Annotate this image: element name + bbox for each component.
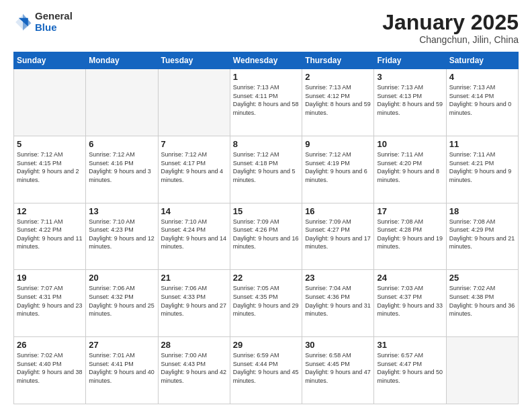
day-number: 28 — [161, 340, 227, 350]
week-row-2: 5Sunrise: 7:12 AMSunset: 4:15 PMDaylight… — [14, 136, 519, 203]
calendar-cell: 25Sunrise: 7:02 AMSunset: 4:38 PMDayligh… — [446, 270, 518, 337]
calendar-header-saturday: Saturday — [446, 52, 518, 69]
generalblue-icon — [13, 13, 32, 32]
day-number: 27 — [89, 340, 154, 350]
calendar-cell — [446, 337, 518, 404]
calendar-cell: 27Sunrise: 7:01 AMSunset: 4:41 PMDayligh… — [86, 337, 158, 404]
day-number: 13 — [89, 206, 154, 216]
calendar-cell: 18Sunrise: 7:08 AMSunset: 4:29 PMDayligh… — [446, 203, 518, 270]
day-number: 19 — [17, 273, 83, 283]
calendar-header-wednesday: Wednesday — [230, 52, 302, 69]
calendar-cell: 3Sunrise: 7:13 AMSunset: 4:13 PMDaylight… — [374, 69, 446, 136]
day-info: Sunrise: 7:00 AMSunset: 4:43 PMDaylight:… — [161, 351, 227, 385]
month-title: January 2025 — [382, 11, 519, 34]
day-number: 5 — [17, 139, 83, 149]
calendar-header-sunday: Sunday — [14, 52, 86, 69]
day-number: 12 — [17, 206, 83, 216]
calendar-cell: 11Sunrise: 7:11 AMSunset: 4:21 PMDayligh… — [446, 136, 518, 203]
day-info: Sunrise: 6:58 AMSunset: 4:45 PMDaylight:… — [305, 351, 371, 385]
day-info: Sunrise: 7:06 AMSunset: 4:32 PMDaylight:… — [89, 284, 154, 318]
day-info: Sunrise: 6:57 AMSunset: 4:47 PMDaylight:… — [377, 351, 443, 385]
day-number: 14 — [161, 206, 227, 216]
day-info: Sunrise: 7:13 AMSunset: 4:14 PMDaylight:… — [449, 83, 515, 117]
day-info: Sunrise: 7:11 AMSunset: 4:22 PMDaylight:… — [17, 218, 83, 251]
calendar-cell: 8Sunrise: 7:12 AMSunset: 4:18 PMDaylight… — [230, 136, 302, 203]
calendar-cell — [86, 69, 158, 136]
day-info: Sunrise: 7:11 AMSunset: 4:21 PMDaylight:… — [449, 150, 515, 184]
calendar-header-row: SundayMondayTuesdayWednesdayThursdayFrid… — [14, 52, 519, 69]
logo-general: General — [35, 11, 73, 22]
day-info: Sunrise: 7:12 AMSunset: 4:18 PMDaylight:… — [233, 150, 299, 184]
day-number: 18 — [449, 206, 515, 216]
calendar-cell: 23Sunrise: 7:04 AMSunset: 4:36 PMDayligh… — [302, 270, 374, 337]
calendar-cell: 17Sunrise: 7:08 AMSunset: 4:28 PMDayligh… — [374, 203, 446, 270]
calendar-cell: 19Sunrise: 7:07 AMSunset: 4:31 PMDayligh… — [14, 270, 86, 337]
day-info: Sunrise: 7:12 AMSunset: 4:19 PMDaylight:… — [305, 150, 371, 184]
day-number: 8 — [233, 139, 299, 149]
calendar-cell: 2Sunrise: 7:13 AMSunset: 4:12 PMDaylight… — [302, 69, 374, 136]
day-number: 15 — [233, 206, 299, 216]
calendar-header-friday: Friday — [374, 52, 446, 69]
day-info: Sunrise: 7:05 AMSunset: 4:35 PMDaylight:… — [233, 284, 299, 318]
day-info: Sunrise: 7:12 AMSunset: 4:17 PMDaylight:… — [161, 150, 227, 184]
day-info: Sunrise: 7:07 AMSunset: 4:31 PMDaylight:… — [17, 284, 83, 318]
calendar-header-thursday: Thursday — [302, 52, 374, 69]
calendar-header-monday: Monday — [86, 52, 158, 69]
day-number: 29 — [233, 340, 299, 350]
calendar-cell: 15Sunrise: 7:09 AMSunset: 4:26 PMDayligh… — [230, 203, 302, 270]
day-info: Sunrise: 6:59 AMSunset: 4:44 PMDaylight:… — [233, 351, 299, 385]
calendar-cell: 4Sunrise: 7:13 AMSunset: 4:14 PMDaylight… — [446, 69, 518, 136]
day-number: 10 — [377, 139, 443, 149]
day-number: 6 — [89, 139, 154, 149]
day-number: 26 — [17, 340, 83, 350]
day-number: 17 — [377, 206, 443, 216]
day-number: 21 — [161, 273, 227, 283]
calendar-table: SundayMondayTuesdayWednesdayThursdayFrid… — [13, 52, 519, 404]
week-row-5: 26Sunrise: 7:02 AMSunset: 4:40 PMDayligh… — [14, 337, 519, 404]
day-number: 22 — [233, 273, 299, 283]
calendar-cell: 26Sunrise: 7:02 AMSunset: 4:40 PMDayligh… — [14, 337, 86, 404]
week-row-4: 19Sunrise: 7:07 AMSunset: 4:31 PMDayligh… — [14, 270, 519, 337]
day-info: Sunrise: 7:13 AMSunset: 4:11 PMDaylight:… — [233, 83, 299, 117]
calendar-cell: 22Sunrise: 7:05 AMSunset: 4:35 PMDayligh… — [230, 270, 302, 337]
header: General Blue January 2025 Changchun, Jil… — [13, 11, 519, 45]
calendar-cell: 9Sunrise: 7:12 AMSunset: 4:19 PMDaylight… — [302, 136, 374, 203]
day-info: Sunrise: 7:08 AMSunset: 4:28 PMDaylight:… — [377, 218, 443, 251]
day-info: Sunrise: 7:04 AMSunset: 4:36 PMDaylight:… — [305, 284, 371, 318]
day-info: Sunrise: 7:08 AMSunset: 4:29 PMDaylight:… — [449, 218, 515, 251]
logo-text: General Blue — [35, 11, 73, 33]
day-info: Sunrise: 7:09 AMSunset: 4:26 PMDaylight:… — [233, 218, 299, 251]
calendar-cell: 28Sunrise: 7:00 AMSunset: 4:43 PMDayligh… — [158, 337, 230, 404]
calendar-cell: 21Sunrise: 7:06 AMSunset: 4:33 PMDayligh… — [158, 270, 230, 337]
day-number: 25 — [449, 273, 515, 283]
day-number: 23 — [305, 273, 371, 283]
logo: General Blue — [13, 11, 73, 33]
day-number: 24 — [377, 273, 443, 283]
day-info: Sunrise: 7:06 AMSunset: 4:33 PMDaylight:… — [161, 284, 227, 318]
calendar-cell: 14Sunrise: 7:10 AMSunset: 4:24 PMDayligh… — [158, 203, 230, 270]
calendar-cell: 1Sunrise: 7:13 AMSunset: 4:11 PMDaylight… — [230, 69, 302, 136]
day-number: 1 — [233, 72, 299, 82]
day-number: 4 — [449, 72, 515, 82]
calendar-cell: 29Sunrise: 6:59 AMSunset: 4:44 PMDayligh… — [230, 337, 302, 404]
day-number: 16 — [305, 206, 371, 216]
day-info: Sunrise: 7:10 AMSunset: 4:24 PMDaylight:… — [161, 218, 227, 251]
day-number: 30 — [305, 340, 371, 350]
day-info: Sunrise: 7:02 AMSunset: 4:40 PMDaylight:… — [17, 351, 83, 385]
day-info: Sunrise: 7:12 AMSunset: 4:16 PMDaylight:… — [89, 150, 154, 184]
day-info: Sunrise: 7:10 AMSunset: 4:23 PMDaylight:… — [89, 218, 154, 251]
day-info: Sunrise: 7:12 AMSunset: 4:15 PMDaylight:… — [17, 150, 83, 184]
day-info: Sunrise: 7:03 AMSunset: 4:37 PMDaylight:… — [377, 284, 443, 318]
day-info: Sunrise: 7:11 AMSunset: 4:20 PMDaylight:… — [377, 150, 443, 184]
day-number: 31 — [377, 340, 443, 350]
calendar-cell: 5Sunrise: 7:12 AMSunset: 4:15 PMDaylight… — [14, 136, 86, 203]
location-subtitle: Changchun, Jilin, China — [382, 34, 519, 45]
calendar-cell: 16Sunrise: 7:09 AMSunset: 4:27 PMDayligh… — [302, 203, 374, 270]
calendar-cell: 31Sunrise: 6:57 AMSunset: 4:47 PMDayligh… — [374, 337, 446, 404]
calendar-cell: 24Sunrise: 7:03 AMSunset: 4:37 PMDayligh… — [374, 270, 446, 337]
day-number: 2 — [305, 72, 371, 82]
calendar-cell: 20Sunrise: 7:06 AMSunset: 4:32 PMDayligh… — [86, 270, 158, 337]
page: General Blue January 2025 Changchun, Jil… — [0, 0, 532, 411]
day-info: Sunrise: 7:13 AMSunset: 4:12 PMDaylight:… — [305, 83, 371, 117]
week-row-1: 1Sunrise: 7:13 AMSunset: 4:11 PMDaylight… — [14, 69, 519, 136]
